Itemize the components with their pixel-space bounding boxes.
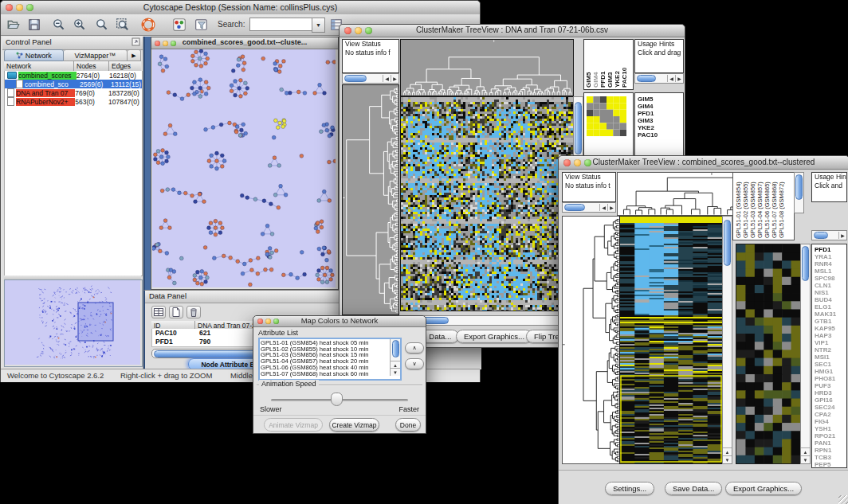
scroll-up-arrow[interactable]: ▲ <box>723 447 732 455</box>
tv2-zoom-heatmap-canvas[interactable] <box>736 244 801 464</box>
tv2-gene-label[interactable]: TCB3 <box>812 454 846 461</box>
tv2-gene-label[interactable]: PFD1 <box>812 246 846 253</box>
scroll-right-arrow[interactable]: ▶ <box>838 232 846 239</box>
network-tree-row[interactable]: DNA and Tran 07 769(0) 183728(0) <box>5 88 142 97</box>
tv1-gene-label[interactable]: GIM5 <box>635 96 683 103</box>
attribute-listbox[interactable]: GPL51-01 (GSM854) heat shock 05 minGPL51… <box>258 338 402 381</box>
scroll-thumb[interactable] <box>802 246 809 281</box>
animate-vizmap-button[interactable]: Animate Vizmap <box>264 418 323 432</box>
tv1-column-label[interactable]: YKE2 <box>614 41 621 88</box>
tv1-export-graphics-button[interactable]: Export Graphics... <box>456 330 532 343</box>
network-overview-canvas[interactable] <box>5 280 140 365</box>
tv2-gene-label[interactable]: KAP95 <box>812 325 846 332</box>
tv2-gene-label[interactable]: RPO21 <box>812 432 846 440</box>
tv2-gene-label[interactable]: SEC24 <box>812 404 846 411</box>
tv2-gene-label[interactable]: NIS1 <box>812 289 846 296</box>
scroll-thumb[interactable] <box>814 232 828 239</box>
scroll-up-arrow[interactable]: ▲ <box>801 447 810 455</box>
tv2-gene-label[interactable]: MAK31 <box>812 311 846 318</box>
new-attribute-icon[interactable] <box>169 306 183 318</box>
zoom-selected-icon[interactable] <box>95 18 109 35</box>
zoom-out-icon[interactable] <box>52 18 66 35</box>
tv2-gene-label[interactable]: PUF3 <box>812 382 846 389</box>
help-icon[interactable] <box>141 18 155 35</box>
tv2-column-label[interactable]: GPL51-06 (GSM865) <box>764 174 771 238</box>
scroll-thumb[interactable] <box>575 102 582 154</box>
tab-vizmapper[interactable]: VizMapper™ <box>64 49 128 61</box>
tv2-row-dendrogram[interactable] <box>562 216 620 464</box>
tv1-column-label[interactable]: GIM4 <box>592 41 599 88</box>
tv2-heatmap-canvas[interactable] <box>619 216 723 464</box>
tv2-gene-label[interactable]: CLN1 <box>812 282 846 289</box>
tv2-gene-label[interactable]: BUD4 <box>812 296 846 303</box>
tv2-gene-label[interactable]: CPA2 <box>812 411 846 418</box>
tv2-gene-label[interactable]: PHO81 <box>812 375 846 382</box>
move-down-button[interactable]: ∨ <box>405 358 424 369</box>
filter-icon[interactable] <box>194 18 209 35</box>
tv2-settings-button[interactable]: Settings... <box>605 482 654 495</box>
tv1-zoom-matrix-canvas[interactable] <box>587 96 626 136</box>
resize-grip[interactable] <box>838 495 848 504</box>
treeview1-titlebar[interactable]: ClusterMaker TreeView : DNA and Tran 07-… <box>340 25 685 37</box>
scroll-down-arrow[interactable]: ▼ <box>391 368 400 376</box>
open-session-icon[interactable] <box>6 18 21 35</box>
network-view-canvas[interactable] <box>152 49 336 287</box>
tv2-column-label[interactable]: GPL51-03 (GSM856) <box>749 174 756 238</box>
tv2-gene-label[interactable]: ELG1 <box>812 303 846 311</box>
tv1-status-hscrollbar[interactable]: ◀▶ <box>342 73 399 84</box>
search-input[interactable] <box>249 18 313 31</box>
done-button[interactable]: Done <box>395 418 421 432</box>
speed-slider-thumb[interactable] <box>331 393 343 406</box>
tv1-column-label[interactable]: PAC10 <box>621 41 628 88</box>
tv1-hints-hscrollbar[interactable]: ◀▶ <box>634 73 684 84</box>
tv2-gene-label[interactable]: HMG1 <box>812 368 846 375</box>
scroll-left-arrow[interactable]: ◀ <box>599 204 607 211</box>
search-dropdown-button[interactable]: ▼ <box>312 18 325 33</box>
select-attributes-icon[interactable] <box>151 306 166 318</box>
tv2-gene-label[interactable]: MSL1 <box>812 268 846 275</box>
tv1-column-dendrogram[interactable] <box>400 39 574 96</box>
tv1-column-label[interactable]: PFD1 <box>599 41 607 88</box>
scroll-left-arrow[interactable]: ◀ <box>667 75 675 82</box>
tv2-gene-label[interactable]: HRD3 <box>812 389 846 397</box>
scroll-left-arrow[interactable]: ◀ <box>383 75 391 82</box>
tv2-gene-label[interactable]: VIP1 <box>812 339 846 346</box>
tv2-gene-label[interactable]: RNR4 <box>812 260 846 268</box>
move-up-button[interactable]: ∧ <box>405 342 424 354</box>
tv2-gene-label[interactable]: YSH1 <box>812 425 846 432</box>
tv1-column-label[interactable]: GIM5 <box>585 41 592 88</box>
tv2-column-label[interactable]: GPL51-04 (GSM857) <box>756 174 764 238</box>
scroll-thumb[interactable] <box>392 340 399 357</box>
attribute-item[interactable]: GPL51-07 (GSM868) heat shock 60 min <box>261 371 390 377</box>
tv1-heatmap-canvas[interactable] <box>400 96 574 311</box>
tv1-row-dendrogram[interactable] <box>342 84 399 315</box>
tv2-gene-label[interactable]: SEC1 <box>812 361 846 368</box>
network-view-titlebar[interactable]: combined_scores_good.txt--cluste... <box>151 37 338 49</box>
tv2-gene-label[interactable]: GTB1 <box>812 318 846 325</box>
zoom-fit-icon[interactable] <box>116 18 130 35</box>
tv2-column-label[interactable]: GPL51-02 (GSM855) <box>742 174 749 238</box>
network-tree-list[interactable]: combined_scores 2764(0) 16218(0) combine… <box>4 71 143 276</box>
tv1-column-label[interactable]: GIM3 <box>607 41 614 88</box>
tv1-gene-label[interactable]: GIM4 <box>635 103 683 110</box>
tv1-gene-label[interactable]: PAC10 <box>635 131 683 139</box>
scroll-right-arrow[interactable]: ▶ <box>391 75 398 82</box>
dialog-titlebar[interactable]: Map Colors to Network <box>253 316 426 327</box>
tv2-column-label[interactable]: GPL51-01 (GSM854) <box>735 174 742 238</box>
vizmapper-icon[interactable] <box>172 18 186 35</box>
scroll-thumb[interactable] <box>344 75 367 82</box>
treeview2-titlebar[interactable]: ClusterMaker TreeView : combined_scores_… <box>559 156 848 170</box>
tv2-gene-label[interactable]: FIG4 <box>812 418 846 425</box>
tv2-gene-label[interactable]: GPI16 <box>812 397 846 404</box>
scroll-right-arrow[interactable]: ▶ <box>675 75 683 82</box>
tv2-gene-label[interactable]: MSI1 <box>812 354 846 361</box>
tv2-gene-label[interactable]: YRA1 <box>812 253 846 260</box>
tv2-gene-label[interactable]: NTR2 <box>812 346 846 354</box>
tv2-column-label[interactable]: GPL51-08 (GSM872) <box>778 174 785 238</box>
tv2-gene-label[interactable]: PAN1 <box>812 440 846 447</box>
tab-overflow-button[interactable]: ▶ <box>128 49 141 61</box>
save-session-icon[interactable] <box>27 18 41 35</box>
tv2-gene-label[interactable]: RPN1 <box>812 447 846 454</box>
tv2-column-label[interactable]: GPL51-07 (GSM868) <box>771 174 778 238</box>
tv2-hints-hscrollbar[interactable]: ▶ <box>811 230 847 240</box>
